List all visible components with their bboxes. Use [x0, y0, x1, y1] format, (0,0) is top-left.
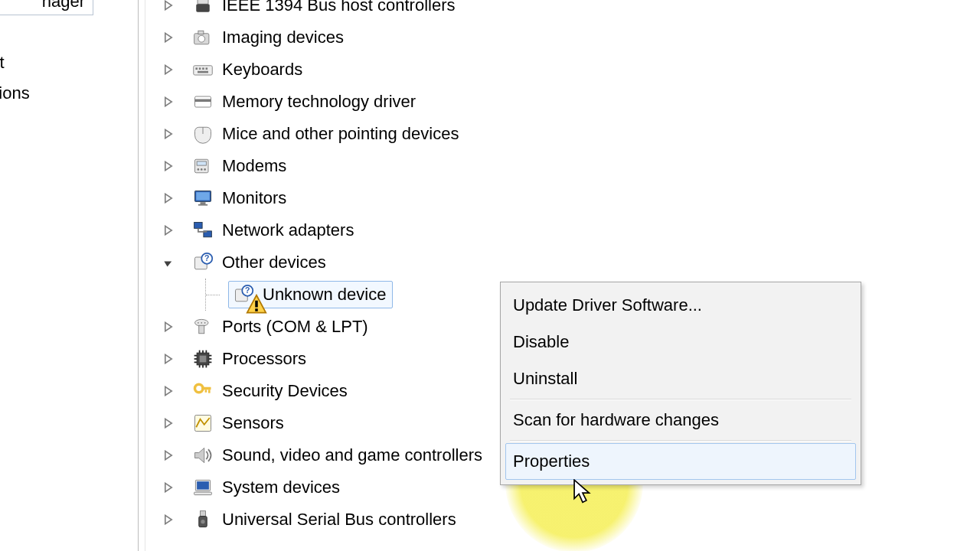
- context-menu: Update Driver Software...DisableUninstal…: [500, 282, 861, 485]
- svg-rect-21: [201, 202, 206, 204]
- mouse-icon: [191, 122, 214, 145]
- unknown-device-icon: ?: [232, 283, 255, 306]
- expand-icon[interactable]: [161, 126, 176, 142]
- svg-point-16: [198, 168, 200, 171]
- tree-item-usb[interactable]: Universal Serial Bus controllers: [161, 504, 482, 536]
- svg-point-36: [201, 322, 202, 324]
- svg-rect-0: [198, 0, 208, 4]
- tree-item-network[interactable]: Network adapters: [161, 214, 482, 246]
- expand-icon[interactable]: [161, 0, 176, 13]
- modem-icon: [191, 155, 214, 178]
- expand-icon[interactable]: [161, 512, 176, 527]
- svg-rect-8: [202, 67, 204, 70]
- tree-item-sensors[interactable]: Sensors: [161, 407, 482, 439]
- tree-item-keyboards[interactable]: Keyboards: [161, 54, 482, 86]
- svg-rect-31: [255, 301, 258, 308]
- sensor-icon: [191, 412, 214, 435]
- tree-item-label: Keyboards: [222, 54, 302, 86]
- expand-icon[interactable]: [161, 383, 176, 399]
- expand-icon[interactable]: [161, 94, 176, 109]
- tree-item-other[interactable]: ?Other devices: [161, 246, 482, 279]
- camera-icon: [191, 26, 214, 49]
- svg-rect-7: [199, 67, 201, 70]
- tree-item-monitors[interactable]: Monitors: [161, 182, 482, 214]
- expand-icon[interactable]: [161, 158, 176, 174]
- svg-rect-59: [194, 492, 212, 495]
- tree-item-label: System devices: [222, 471, 340, 504]
- svg-rect-53: [201, 387, 211, 390]
- ports-icon: [191, 315, 214, 338]
- tree-item-processors[interactable]: Processors: [161, 343, 482, 375]
- svg-point-4: [198, 35, 205, 42]
- svg-rect-60: [201, 511, 206, 517]
- svg-point-17: [201, 168, 203, 171]
- tree-item-mice[interactable]: Mice and other pointing devices: [161, 118, 482, 150]
- tree-item-modems[interactable]: Modems: [161, 150, 482, 182]
- menu-item-properties[interactable]: Properties: [505, 443, 856, 480]
- left-sidebar: nager agement Applications: [0, 0, 138, 551]
- expand-icon[interactable]: [161, 416, 176, 431]
- expand-icon[interactable]: [161, 30, 176, 45]
- ieee1394-icon: [191, 0, 214, 17]
- tree-item-label: Security Devices: [222, 375, 348, 407]
- speaker-icon: [191, 444, 214, 467]
- sidebar-item[interactable]: Applications: [0, 78, 30, 109]
- tree-item-label: Mice and other pointing devices: [222, 118, 459, 150]
- keyboard-icon: [191, 58, 214, 81]
- tree-item-security[interactable]: Security Devices: [161, 375, 482, 407]
- svg-rect-54: [208, 390, 211, 393]
- svg-rect-20: [196, 192, 210, 201]
- tree-item-system[interactable]: System devices: [161, 471, 482, 504]
- svg-rect-5: [194, 66, 213, 75]
- svg-rect-6: [195, 67, 198, 70]
- svg-rect-55: [205, 390, 207, 393]
- svg-text:?: ?: [204, 253, 209, 262]
- menu-item-update[interactable]: Update Driver Software...: [505, 287, 856, 324]
- svg-point-35: [198, 322, 199, 324]
- tree-item-label: Sensors: [222, 407, 284, 439]
- tree-item-ieee1394[interactable]: IEEE 1394 Bus host controllers: [161, 0, 482, 21]
- menu-item-scan[interactable]: Scan for hardware changes: [505, 402, 856, 439]
- menu-item-disable[interactable]: Disable: [505, 324, 856, 360]
- expand-icon[interactable]: [161, 480, 176, 495]
- expand-icon[interactable]: [161, 351, 176, 367]
- tree-item-memtech[interactable]: Memory technology driver: [161, 86, 482, 118]
- svg-rect-39: [200, 356, 207, 363]
- svg-rect-15: [197, 161, 206, 165]
- expand-icon[interactable]: [161, 191, 176, 206]
- svg-point-62: [201, 520, 204, 523]
- key-icon: [191, 380, 214, 403]
- expand-icon[interactable]: [161, 223, 176, 238]
- unknown-category-icon: ?: [191, 251, 214, 274]
- svg-rect-12: [195, 99, 211, 103]
- tree-item-label: Memory technology driver: [222, 86, 416, 118]
- svg-point-18: [204, 168, 206, 171]
- expand-icon[interactable]: [161, 319, 176, 334]
- selected-item[interactable]: ?Unknown device: [228, 281, 393, 308]
- svg-rect-10: [198, 71, 208, 73]
- tree-item-label: Unknown device: [263, 279, 386, 311]
- tree-item-sound[interactable]: Sound, video and game controllers: [161, 439, 482, 471]
- expand-icon[interactable]: [161, 448, 176, 463]
- tree-item-unknown[interactable]: ?Unknown device: [161, 279, 482, 311]
- menu-item-uninstall[interactable]: Uninstall: [505, 360, 856, 397]
- tree-item-label: Other devices: [222, 246, 326, 279]
- sidebar-node-device-manager[interactable]: nager: [0, 0, 93, 15]
- warning-badge-icon: [246, 294, 258, 306]
- tree-item-label: Sound, video and game controllers: [222, 439, 482, 471]
- cpu-icon: [191, 347, 214, 370]
- tree-item-label: Universal Serial Bus controllers: [222, 504, 456, 536]
- svg-rect-34: [199, 325, 204, 334]
- collapse-icon[interactable]: [161, 255, 176, 270]
- tree-item-label: Processors: [222, 343, 306, 375]
- sidebar-node-label: nager: [42, 0, 85, 11]
- tree-item-imaging[interactable]: Imaging devices: [161, 21, 482, 54]
- pane-splitter[interactable]: [138, 0, 145, 551]
- card-icon: [191, 90, 214, 113]
- menu-separator: [510, 399, 851, 400]
- sidebar-item[interactable]: agement: [0, 47, 30, 78]
- tree-item-ports[interactable]: Ports (COM & LPT): [161, 311, 482, 343]
- expand-icon[interactable]: [161, 62, 176, 77]
- menu-separator: [510, 440, 851, 442]
- tree-item-label: Modems: [222, 150, 286, 182]
